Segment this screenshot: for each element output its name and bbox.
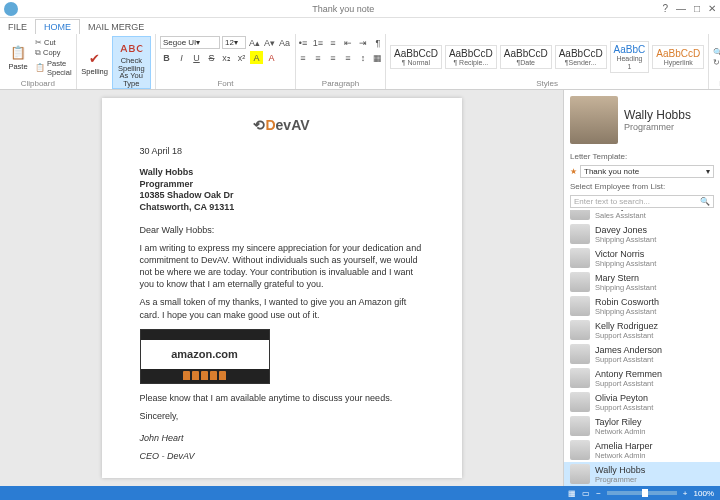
- strike-icon[interactable]: S: [205, 51, 218, 64]
- cut-button[interactable]: ✂Cut: [35, 38, 72, 47]
- employee-photo: [570, 96, 618, 144]
- replace-button[interactable]: ↻Replace: [713, 58, 720, 67]
- employee-item[interactable]: James AndersonSupport Assistant: [564, 342, 720, 366]
- avatar: [570, 320, 590, 340]
- shading-icon[interactable]: ▦: [371, 51, 384, 64]
- paste-special-button[interactable]: 📋Paste Special: [35, 59, 72, 77]
- help-icon[interactable]: ?: [662, 3, 668, 14]
- style-item[interactable]: AaBbCcD¶ Recipie...: [445, 45, 497, 70]
- avatar: [570, 368, 590, 388]
- document-area[interactable]: ⟲DevAV 30 April 18 Wally Hobbs Programme…: [0, 90, 563, 486]
- justify-icon[interactable]: ≡: [341, 51, 354, 64]
- style-item[interactable]: AaBbCHeading 1: [610, 41, 650, 73]
- group-clipboard: 📋Paste ✂Cut ⧉Copy 📋Paste Special Clipboa…: [0, 34, 77, 89]
- group-proofing: ✔Spelling ᴀʙᴄCheck Spelling As You Type …: [77, 34, 156, 89]
- ribbon: 📋Paste ✂Cut ⧉Copy 📋Paste Special Clipboa…: [0, 34, 720, 90]
- signature-title: CEO - DevAV: [140, 450, 424, 462]
- font-family-select[interactable]: Segoe UI ▾: [160, 36, 220, 49]
- group-styles: AaBbCcD¶ NormalAaBbCcD¶ Recipie...AaBbCc…: [386, 34, 709, 89]
- minimize-icon[interactable]: —: [676, 3, 686, 14]
- indent-icon[interactable]: ⇥: [356, 36, 369, 49]
- zoom-in-icon[interactable]: +: [683, 489, 688, 498]
- align-center-icon[interactable]: ≡: [311, 51, 324, 64]
- employee-role: Programmer: [624, 122, 714, 132]
- italic-icon[interactable]: I: [175, 51, 188, 64]
- superscript-icon[interactable]: x²: [235, 51, 248, 64]
- window-title: Thank you note: [24, 4, 662, 14]
- employee-item[interactable]: Victor NorrisShipping Assistant: [564, 246, 720, 270]
- employee-item[interactable]: Antony RemmenSupport Assistant: [564, 366, 720, 390]
- recipient-address: Wally Hobbs Programmer 10385 Shadow Oak …: [140, 167, 424, 214]
- employee-item[interactable]: Kelly RodriguezSupport Assistant: [564, 318, 720, 342]
- paste-button[interactable]: 📋Paste: [4, 43, 32, 72]
- underline-icon[interactable]: U: [190, 51, 203, 64]
- body-p2: As a small token of my thanks, I wanted …: [140, 296, 424, 320]
- subscript-icon[interactable]: x₂: [220, 51, 233, 64]
- employee-name: Wally Hobbs: [624, 108, 714, 122]
- side-panel: Wally Hobbs Programmer Letter Template: …: [563, 90, 720, 486]
- close-icon[interactable]: ✕: [708, 3, 716, 14]
- bold-icon[interactable]: B: [160, 51, 173, 64]
- shrink-font-icon[interactable]: A▾: [263, 36, 276, 49]
- search-icon: 🔍: [700, 197, 710, 206]
- selected-employee-card: Wally Hobbs Programmer: [564, 90, 720, 150]
- avatar: [570, 272, 590, 292]
- avatar: [570, 224, 590, 244]
- document-page: ⟲DevAV 30 April 18 Wally Hobbs Programme…: [102, 98, 462, 478]
- copy-button[interactable]: ⧉Copy: [35, 48, 72, 58]
- employee-item[interactable]: Sammy HillSales Assistant: [564, 210, 720, 222]
- zoom-out-icon[interactable]: −: [596, 489, 601, 498]
- tab-home[interactable]: HOME: [35, 19, 80, 34]
- avatar: [570, 464, 590, 484]
- outdent-icon[interactable]: ⇤: [341, 36, 354, 49]
- template-icon: ★: [570, 167, 577, 176]
- tab-file[interactable]: FILE: [0, 20, 35, 34]
- signature-name: John Heart: [140, 432, 424, 444]
- grow-font-icon[interactable]: A▴: [248, 36, 261, 49]
- group-paragraph: •≡ 1≡ ≡ ⇤ ⇥ ¶ ≡ ≡ ≡ ≡ ↕ ▦ Paragraph: [296, 34, 386, 89]
- multilevel-icon[interactable]: ≡: [326, 36, 339, 49]
- employee-list[interactable]: Sammy HillSales AssistantDavey JonesShip…: [564, 210, 720, 486]
- employee-item[interactable]: Davey JonesShipping Assistant: [564, 222, 720, 246]
- align-right-icon[interactable]: ≡: [326, 51, 339, 64]
- show-marks-icon[interactable]: ¶: [371, 36, 384, 49]
- font-size-select[interactable]: 12 ▾: [222, 36, 246, 49]
- employee-item[interactable]: Olivia PeytonSupport Assistant: [564, 390, 720, 414]
- view-print-icon[interactable]: ▦: [568, 489, 576, 498]
- search-input[interactable]: Enter text to search...🔍: [570, 195, 714, 208]
- employee-item[interactable]: Robin CosworthShipping Assistant: [564, 294, 720, 318]
- zoom-slider[interactable]: [607, 491, 677, 495]
- template-select[interactable]: Thank you note▾: [580, 165, 714, 178]
- maximize-icon[interactable]: □: [694, 3, 700, 14]
- style-item[interactable]: AaBbCcD¶Date: [500, 45, 552, 70]
- closing: Sincerely,: [140, 410, 424, 422]
- ribbon-tabs: FILE HOME MAIL MERGE: [0, 18, 720, 34]
- highlight-icon[interactable]: A: [250, 51, 263, 64]
- bullets-icon[interactable]: •≡: [296, 36, 309, 49]
- find-button[interactable]: 🔍Find: [713, 48, 720, 57]
- change-case-icon[interactable]: Aa: [278, 36, 291, 49]
- avatar: [570, 248, 590, 268]
- tab-mailmerge[interactable]: MAIL MERGE: [80, 20, 152, 34]
- check-spelling-button[interactable]: ᴀʙᴄCheck Spelling As You Type: [112, 36, 151, 89]
- employee-item[interactable]: Wally HobbsProgrammer: [564, 462, 720, 486]
- align-left-icon[interactable]: ≡: [296, 51, 309, 64]
- employee-item[interactable]: Mary SternShipping Assistant: [564, 270, 720, 294]
- gift-card-image: amazon.com: [140, 329, 270, 384]
- style-item[interactable]: AaBbCcD¶Sender...: [555, 45, 607, 70]
- employee-item[interactable]: Amelia HarperNetwork Admin: [564, 438, 720, 462]
- style-item[interactable]: AaBbCcDHyperlink: [652, 45, 704, 70]
- style-item[interactable]: AaBbCcD¶ Normal: [390, 45, 442, 70]
- title-bar: Thank you note ? — □ ✕: [0, 0, 720, 18]
- body-p3: Please know that I am available anytime …: [140, 392, 424, 404]
- chevron-down-icon: ▾: [706, 167, 710, 176]
- employee-item[interactable]: Taylor RileyNetwork Admin: [564, 414, 720, 438]
- numbering-icon[interactable]: 1≡: [311, 36, 324, 49]
- spelling-button[interactable]: ✔Spelling: [81, 48, 109, 77]
- avatar: [570, 296, 590, 316]
- line-spacing-icon[interactable]: ↕: [356, 51, 369, 64]
- font-color-icon[interactable]: A: [265, 51, 278, 64]
- view-read-icon[interactable]: ▭: [582, 489, 590, 498]
- zoom-level[interactable]: 100%: [694, 489, 714, 498]
- letter-date: 30 April 18: [140, 145, 424, 157]
